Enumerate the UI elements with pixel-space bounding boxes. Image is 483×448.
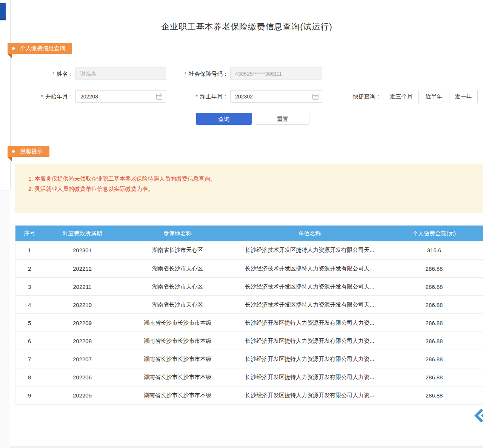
table-header-cell: 单位名称	[234, 226, 385, 241]
table-cell: 长沙经济技术开发区捷特人力资源开发有限公司天...	[234, 296, 385, 314]
table-cell: 202209	[44, 314, 121, 332]
table-cell: 286.88	[385, 314, 483, 332]
quick-query-label: 快捷查询：	[353, 90, 381, 103]
table-cell: 9	[15, 386, 44, 404]
reset-button[interactable]: 重置	[256, 113, 309, 125]
table-cell: 202205	[44, 386, 121, 404]
name-label: *姓名：	[15, 68, 74, 80]
table-cell: 湖南省长沙市天心区	[121, 241, 234, 259]
ribbon-fold	[8, 157, 12, 161]
table-cell: 202210	[44, 296, 121, 314]
table-row: 8202206湖南省长沙市长沙市市本级长沙经济开发区捷特人力资源开发有限公司人力…	[15, 368, 483, 386]
table-cell: 286.88	[385, 259, 483, 278]
quick-btn-half-year[interactable]: 近半年	[420, 90, 448, 103]
table-cell: 286.88	[385, 332, 483, 350]
side-tab[interactable]	[0, 3, 6, 20]
table-cell: 长沙经济技术开发区捷特人力资源开发有限公司天...	[234, 259, 385, 278]
table-cell: 湖南省长沙市长沙市市本级	[121, 386, 234, 404]
table-cell: 286.88	[385, 386, 483, 404]
bullet-icon	[12, 150, 15, 153]
notice-line: 1. 本服务仅提供尚未领取企业职工基本养老保险待遇人员的缴费信息查询。	[28, 173, 475, 184]
pension-query-page: 企业职工基本养老保险缴费信息查询(试运行) 个人缴费信息查询 *姓名： *社会保…	[0, 0, 483, 448]
table-cell: 7	[15, 350, 44, 368]
table-cell: 202212	[44, 259, 121, 278]
table-cell: 202206	[44, 368, 121, 386]
table-cell: 湖南省长沙市长沙市市本级	[121, 332, 234, 350]
table-header-cell: 参保地名称	[121, 226, 234, 241]
section-header-query-label: 个人缴费信息查询	[20, 45, 65, 52]
table-cell: 286.88	[385, 296, 483, 314]
table-cell: 湖南省长沙市长沙市市本级	[121, 368, 234, 386]
table-cell: 286.88	[385, 278, 483, 296]
table-header-cell: 个人缴费金额(元)	[385, 226, 483, 241]
table-header-cell: 对应费款所属期	[44, 226, 121, 241]
table-cell: 湖南省长沙市天心区	[121, 259, 234, 278]
table-row: 4202210湖南省长沙市天心区长沙经济技术开发区捷特人力资源开发有限公司天..…	[15, 296, 483, 314]
table-cell: 湖南省长沙市天心区	[121, 296, 234, 314]
payment-table: 序号对应费款所属期参保地名称单位名称个人缴费金额(元) 1202301湖南省长沙…	[15, 226, 483, 405]
start-date-field[interactable]	[75, 90, 166, 103]
page-title: 企业职工基本养老保险缴费信息查询(试运行)	[11, 21, 483, 32]
query-button[interactable]: 查询	[196, 113, 252, 125]
table-cell: 4	[15, 296, 44, 314]
notice-line: 2. 灵活就业人员的缴费单位信息以实际缴费为准。	[28, 184, 475, 194]
table-row: 3202211湖南省长沙市天心区长沙经济技术开发区捷特人力资源开发有限公司天..…	[15, 278, 483, 296]
required-asterisk: *	[196, 94, 198, 100]
ssn-field[interactable]	[230, 68, 322, 80]
table-cell: 202208	[44, 332, 121, 350]
table-row: 1202301湖南省长沙市天心区长沙经济技术开发区捷特人力资源开发有限公司天..…	[15, 241, 483, 259]
ribbon-fold	[8, 54, 12, 58]
bullet-icon	[12, 47, 15, 50]
table-row: 2202212湖南省长沙市天心区长沙经济技术开发区捷特人力资源开发有限公司天..…	[15, 259, 483, 278]
table-cell: 1	[15, 241, 44, 259]
table-cell: 长沙经济开发区捷特人力资源开发有限公司人力资...	[234, 332, 385, 350]
end-date-field[interactable]	[230, 90, 322, 103]
bottom-edge	[10, 446, 483, 448]
name-field[interactable]	[75, 68, 166, 80]
table-cell: 286.88	[385, 350, 483, 368]
table-cell: 长沙经济开发区捷特人力资源开发有限公司人力资...	[234, 314, 385, 332]
ssn-label: *社会保障号码：	[158, 68, 228, 80]
table-cell: 3	[15, 278, 44, 296]
table-cell: 6	[15, 332, 44, 350]
table-cell: 长沙经济开发区捷特人力资源开发有限公司人力资...	[234, 350, 385, 368]
double-chevron-left-icon[interactable]	[474, 408, 483, 423]
table-cell: 202207	[44, 350, 121, 368]
quick-btn-3months[interactable]: 近三个月	[384, 90, 419, 103]
table-cell: 长沙经济技术开发区捷特人力资源开发有限公司天...	[234, 278, 385, 296]
required-asterisk: *	[52, 71, 54, 77]
table-cell: 湖南省长沙市天心区	[121, 278, 234, 296]
table-cell: 5	[15, 314, 44, 332]
table-cell: 2	[15, 259, 44, 278]
start-date-label: *开始年月：	[15, 90, 74, 103]
table-cell: 湖南省长沙市长沙市市本级	[121, 350, 234, 368]
table-cell: 202211	[44, 278, 121, 296]
table-header-cell: 序号	[15, 226, 44, 241]
table-cell: 286.88	[385, 368, 483, 386]
section-header-tips-label: 温馨提示	[20, 148, 43, 155]
table-cell: 长沙经济技术开发区捷特人力资源开发有限公司天...	[234, 241, 385, 259]
payment-table-header: 序号对应费款所属期参保地名称单位名称个人缴费金额(元)	[15, 226, 483, 241]
required-asterisk: *	[41, 94, 43, 100]
table-cell: 202301	[44, 241, 121, 259]
table-row: 9202205湖南省长沙市长沙市市本级长沙经济开发区捷特人力资源开发有限公司人力…	[15, 386, 483, 404]
required-asterisk: *	[185, 71, 186, 77]
quick-btn-one-year[interactable]: 近一年	[449, 90, 478, 103]
table-row: 7202207湖南省长沙市长沙市市本级长沙经济开发区捷特人力资源开发有限公司人力…	[15, 350, 483, 368]
table-cell: 长沙经济开发区捷特人力资源开发有限公司人力资...	[234, 368, 385, 386]
left-rail-upper	[0, 0, 11, 190]
section-header-tips: 温馨提示	[8, 146, 49, 157]
table-row: 5202209湖南省长沙市长沙市市本级长沙经济开发区捷特人力资源开发有限公司人力…	[15, 314, 483, 332]
section-header-query: 个人缴费信息查询	[8, 43, 72, 54]
table-row: 6202208湖南省长沙市长沙市市本级长沙经济开发区捷特人力资源开发有限公司人力…	[15, 332, 483, 350]
notice-box: 1. 本服务仅提供尚未领取企业职工基本养老保险待遇人员的缴费信息查询。 2. 灵…	[15, 164, 483, 213]
table-cell: 长沙经济开发区捷特人力资源开发有限公司人力资...	[234, 386, 385, 404]
table-cell: 湖南省长沙市长沙市市本级	[121, 314, 234, 332]
calendar-icon[interactable]	[312, 93, 319, 100]
table-cell: 8	[15, 368, 44, 386]
table-cell: 315.6	[385, 241, 483, 259]
end-date-label: *终止年月：	[158, 90, 228, 103]
